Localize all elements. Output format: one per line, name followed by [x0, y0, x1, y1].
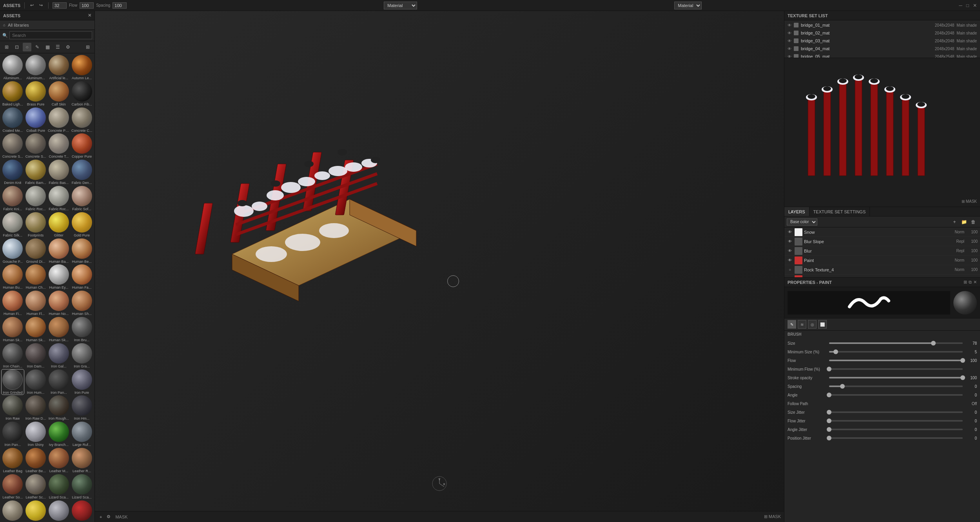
- sphere-filter-btn[interactable]: ○: [23, 43, 31, 51]
- material-item-human-fi[interactable]: Human Fi...: [2, 291, 24, 316]
- material-item-iron-gri[interactable]: Iron Grinded: [2, 369, 24, 395]
- material-item-footprints[interactable]: Footprints: [25, 212, 47, 238]
- erase-mode-btn[interactable]: ⬜: [818, 320, 827, 329]
- viewport-mode-select2[interactable]: Material: [674, 2, 702, 9]
- layer-visibility-toggle[interactable]: 👁: [787, 229, 793, 235]
- material-item-ground[interactable]: Ground Di...: [25, 238, 47, 264]
- tab-texture-settings[interactable]: TEXTURE SET SETTINGS: [809, 207, 870, 216]
- texture-visibility-icon[interactable]: 👁: [788, 39, 791, 43]
- material-item-iron-pan[interactable]: Iron Pan...: [48, 369, 70, 395]
- material-item-fabric-sil[interactable]: Fabric Silk...: [2, 212, 24, 238]
- material-item-iron-shi[interactable]: Iron Shiny: [25, 422, 47, 447]
- material-item-concrete-pure[interactable]: Concrete Pure: [48, 107, 70, 133]
- layer-row[interactable]: 👁 Rock Texture_3 Norm 100: [784, 275, 980, 277]
- material-item-human-ch[interactable]: Human Ch...: [25, 264, 47, 290]
- material-item-human-sk[interactable]: Human Sk...: [2, 317, 24, 342]
- param-slider[interactable]: [829, 360, 963, 361]
- material-item-glitter[interactable]: Glitter: [48, 212, 70, 238]
- material-item-iron-hm[interactable]: Iron Hm...: [71, 395, 93, 421]
- material-item-fabric-den[interactable]: Fabric Den...: [71, 160, 93, 185]
- material-item-concrete-t[interactable]: Concrete T...: [48, 133, 70, 159]
- material-item-leather-be[interactable]: Leather Be...: [25, 448, 47, 473]
- smear-mode-btn[interactable]: ≋: [798, 320, 806, 329]
- param-slider[interactable]: [829, 351, 963, 353]
- material-item-iron-chain[interactable]: Iron Chain...: [2, 343, 24, 369]
- add-folder-btn[interactable]: 📁: [960, 218, 968, 226]
- material-item-mortar2[interactable]: Mortar Yel...: [25, 500, 47, 522]
- material-item-baked[interactable]: Baked Ligh...: [2, 81, 24, 107]
- layer-visibility-toggle[interactable]: 👁: [787, 248, 793, 254]
- texture-row[interactable]: 👁 bridge_05_mat 2048x2548 Main shade: [784, 53, 980, 58]
- material-item-iron-bru[interactable]: Iron Bru...: [71, 317, 93, 342]
- texture-visibility-icon[interactable]: 👁: [788, 23, 791, 27]
- material-item-artificial[interactable]: Artificial le...: [48, 55, 70, 80]
- layer-settings-btn[interactable]: ⚙: [105, 513, 112, 520]
- material-item-human-sh[interactable]: Human Sh...: [71, 291, 93, 316]
- material-item-denim[interactable]: Denim Knit: [2, 160, 24, 185]
- material-item-iron-rou[interactable]: Iron Rough...: [48, 395, 70, 421]
- param-slider[interactable]: [829, 394, 963, 396]
- material-item-fabric-roc[interactable]: Fabric Roc...: [25, 186, 47, 211]
- delete-layer-btn[interactable]: 🗑: [969, 218, 978, 226]
- maximize-btn[interactable]: □: [966, 3, 969, 8]
- material-item-iron-gal[interactable]: Iron Gal...: [48, 343, 70, 369]
- properties-float-btn[interactable]: ⧉: [969, 280, 972, 285]
- material-item-lizard[interactable]: Lizard Sca...: [48, 474, 70, 500]
- param-toggle-value[interactable]: Off: [965, 402, 977, 406]
- material-item-iron-gra[interactable]: Iron Gra...: [71, 343, 93, 369]
- add-layer-btn[interactable]: +: [98, 514, 103, 520]
- texture-row[interactable]: 👁 bridge_01_mat 2048x2048 Main shade: [784, 21, 980, 29]
- material-item-leather-sc[interactable]: Leather Sc...: [25, 474, 47, 500]
- material-item-brass[interactable]: Brass Pure: [25, 81, 47, 107]
- layer-visibility-toggle[interactable]: 👁: [787, 238, 793, 245]
- material-item-fabric-roc2[interactable]: Fabric Roc...: [48, 186, 70, 211]
- size-input[interactable]: [53, 2, 67, 9]
- filter-btn[interactable]: ☰: [53, 43, 62, 51]
- param-slider[interactable]: [829, 429, 963, 430]
- param-slider[interactable]: [829, 420, 963, 422]
- material-item-gold[interactable]: Gold Pure: [71, 212, 93, 238]
- material-item-human-ey[interactable]: Human Ey...: [48, 264, 70, 290]
- material-item-iron-hum[interactable]: Iron Hum...: [25, 369, 47, 395]
- material-item-copper[interactable]: Copper Pure: [71, 133, 93, 159]
- texture-visibility-icon[interactable]: 👁: [788, 47, 791, 51]
- paint-mode-btn[interactable]: ✎: [788, 320, 796, 329]
- layer-visibility-toggle[interactable]: 👁: [787, 257, 793, 264]
- param-slider[interactable]: [829, 411, 963, 413]
- layer-visibility-toggle[interactable]: 👁: [787, 276, 793, 278]
- material-item-fabric-sof[interactable]: Fabric Sof...: [71, 186, 93, 211]
- material-item-paint[interactable]: Paint Fallo...: [71, 500, 93, 522]
- material-item-autumn[interactable]: Autumn Le...: [71, 55, 93, 80]
- properties-close-btn[interactable]: ✕: [973, 280, 977, 285]
- all-filter-btn[interactable]: ⊞: [2, 43, 11, 51]
- search-input[interactable]: [9, 31, 92, 39]
- material-item-leather-bag[interactable]: Leather Bag: [2, 448, 24, 473]
- mini-viewport[interactable]: ⊞ MASK: [784, 58, 980, 207]
- material-item-human-sk2[interactable]: Human Sk...: [25, 317, 47, 342]
- layer-row[interactable]: 👁 Snow Norm 100: [784, 227, 980, 237]
- texture-visibility-icon[interactable]: 👁: [788, 31, 791, 35]
- material-item-carbon[interactable]: Carbon Fib...: [71, 81, 93, 107]
- layer-row[interactable]: 👁 Paint Norm 100: [784, 256, 980, 265]
- material-item-concrete3[interactable]: Concrete S...: [2, 133, 24, 159]
- add-layer-btn[interactable]: +: [950, 218, 959, 226]
- flow-input[interactable]: [80, 2, 94, 9]
- settings-filter-btn[interactable]: ⚙: [64, 43, 72, 51]
- material-item-mortar[interactable]: Mortar Wal...: [2, 500, 24, 522]
- param-slider[interactable]: [829, 386, 963, 387]
- tab-layers[interactable]: LAYERS: [784, 207, 809, 216]
- material-item-coated[interactable]: Coated Me...: [2, 107, 24, 133]
- material-item-leather-so[interactable]: Leather So...: [2, 474, 24, 500]
- material-item-iron-pan2[interactable]: Iron Pan...: [2, 422, 24, 447]
- material-item-aluminum2[interactable]: Aluminum...: [25, 55, 47, 80]
- material-item-human-be[interactable]: Human Be...: [71, 238, 93, 264]
- texture-filter-btn[interactable]: ▦: [43, 43, 52, 51]
- material-item-leather-m[interactable]: Leather M...: [48, 448, 70, 473]
- material-item-cobalt[interactable]: Cobalt Pure: [25, 107, 47, 133]
- material-item-leather-r[interactable]: Leather R...: [71, 448, 93, 473]
- param-slider[interactable]: [829, 342, 963, 344]
- material-item-human-ba[interactable]: Human Ba...: [48, 238, 70, 264]
- material-item-large[interactable]: Large Ruf...: [71, 422, 93, 447]
- param-slider[interactable]: [829, 437, 963, 439]
- undo-btn[interactable]: ↩: [29, 2, 35, 9]
